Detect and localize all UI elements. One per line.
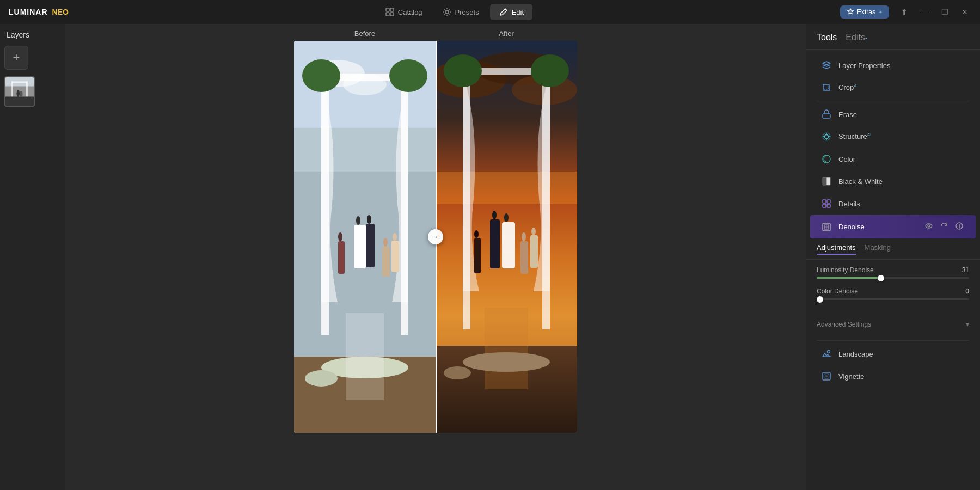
svg-point-12	[16, 90, 20, 97]
luminosity-denoise-row: Luminosity Denoise 31	[817, 266, 969, 279]
svg-point-60	[463, 352, 550, 372]
layer-properties-label: Layer Properties	[838, 62, 965, 70]
details-icon	[821, 198, 832, 209]
svg-point-76	[928, 225, 930, 227]
erase-label: Erase	[838, 111, 965, 119]
luminosity-label: Luminosity Denoise	[817, 266, 874, 274]
titlebar-right: Extras ✦ ⬆ — ❐ ✕	[840, 5, 971, 19]
extras-icon	[847, 8, 854, 16]
svg-rect-1	[390, 8, 394, 11]
tool-item-vignette[interactable]: Vignette	[810, 365, 976, 387]
svg-rect-28	[366, 224, 375, 267]
svg-rect-3	[390, 13, 394, 16]
close-button[interactable]: ✕	[958, 7, 971, 17]
landscape-label: Landscape	[838, 350, 965, 358]
svg-point-4	[445, 10, 449, 14]
tool-item-denoise[interactable]: Denoise	[810, 215, 976, 238]
reset-icon	[940, 222, 948, 230]
maximize-button[interactable]: ❐	[938, 7, 952, 17]
eye-icon	[924, 222, 933, 230]
tool-item-structure[interactable]: StructureAI	[810, 126, 976, 148]
before-label: Before	[294, 29, 436, 38]
svg-point-29	[338, 232, 342, 241]
svg-rect-8	[5, 96, 34, 106]
export-button[interactable]: ⬆	[898, 7, 911, 17]
tool-item-crop[interactable]: CropAI	[810, 77, 976, 99]
main-layout: Layers +	[0, 24, 980, 490]
tool-item-color[interactable]: Color	[810, 148, 976, 170]
tool-item-layer-properties[interactable]: Layer Properties	[810, 54, 976, 76]
edit-nav-button[interactable]: Edit	[490, 4, 532, 20]
nav-bar: Catalog Presets Edit	[376, 4, 532, 20]
extras-dot: ✦	[878, 9, 883, 15]
minimize-button[interactable]: —	[917, 7, 932, 17]
svg-rect-2	[386, 13, 389, 16]
bw-icon	[821, 176, 832, 187]
color-denoise-label: Color Denoise	[817, 287, 858, 295]
tool-item-landscape[interactable]: Landscape	[810, 343, 976, 365]
extras-button[interactable]: Extras ✦	[840, 5, 889, 19]
svg-rect-7	[5, 87, 34, 97]
svg-point-57	[531, 228, 536, 235]
svg-point-48	[531, 54, 569, 87]
color-slider-track[interactable]	[817, 298, 969, 300]
advanced-settings[interactable]: Advanced Settings ▾	[806, 315, 980, 334]
catalog-icon	[385, 7, 395, 17]
denoise-tabs: Adjustments Masking	[806, 239, 980, 260]
layers-panel: Layers +	[0, 24, 65, 490]
masking-tab[interactable]: Masking	[865, 243, 891, 255]
denoise-info-button[interactable]	[954, 220, 965, 233]
luminosity-slider-track[interactable]	[817, 277, 969, 279]
slider-section: Luminosity Denoise 31 Color Denoise 0	[806, 260, 980, 315]
right-panel: Tools Edits• Layer Properties	[806, 24, 980, 490]
color-denoise-row: Color Denoise 0	[817, 287, 969, 300]
svg-point-75	[926, 224, 932, 228]
tools-header: Tools Edits•	[806, 24, 980, 50]
tool-item-erase[interactable]: Erase	[810, 103, 976, 125]
canvas-area: Before After	[65, 24, 806, 490]
svg-point-47	[444, 54, 482, 87]
erase-icon	[821, 109, 832, 120]
tools-divider-2	[817, 340, 969, 341]
svg-rect-56	[520, 241, 528, 274]
luminosity-header: Luminosity Denoise 31	[817, 266, 969, 274]
presets-nav-button[interactable]: Presets	[433, 4, 488, 20]
advanced-settings-label: Advanced Settings	[817, 321, 871, 328]
tool-list: Layer Properties CropAI	[806, 50, 980, 490]
svg-rect-58	[530, 235, 538, 268]
logo-neo: NEO	[52, 8, 69, 16]
tool-item-black-white[interactable]: Black & White	[810, 170, 976, 192]
structure-label: StructureAI	[838, 132, 965, 140]
color-slider-thumb[interactable]	[817, 296, 823, 303]
svg-point-27	[367, 215, 371, 224]
svg-rect-59	[485, 308, 528, 389]
svg-point-36	[305, 370, 338, 387]
layer-thumb-svg	[5, 77, 34, 106]
svg-rect-52	[502, 222, 515, 268]
svg-rect-10	[26, 81, 28, 96]
image-container[interactable]	[294, 41, 577, 433]
vignette-icon	[821, 371, 832, 382]
denoise-reset-button[interactable]	[939, 220, 950, 233]
tools-tab[interactable]: Tools	[817, 33, 837, 42]
vignette-label: Vignette	[838, 372, 965, 381]
edits-tab[interactable]: Edits•	[846, 33, 867, 42]
window-controls: ⬆ — ❐ ✕	[898, 7, 971, 17]
luminosity-value: 31	[956, 266, 969, 274]
divider-handle[interactable]	[428, 229, 443, 244]
add-layer-button[interactable]: +	[4, 46, 28, 70]
luminosity-slider-thumb[interactable]	[878, 275, 884, 281]
adjustments-tab[interactable]: Adjustments	[817, 243, 856, 255]
svg-point-25	[356, 216, 360, 225]
info-icon	[955, 222, 964, 230]
tool-item-details[interactable]: Details	[810, 193, 976, 215]
svg-point-31	[383, 238, 388, 247]
edit-icon	[499, 7, 509, 17]
denoise-visibility-button[interactable]	[923, 220, 934, 233]
layers-title: Layers	[4, 30, 61, 39]
chevron-down-icon: ▾	[966, 321, 969, 328]
svg-rect-69	[823, 200, 826, 203]
color-denoise-value: 0	[956, 287, 969, 295]
layer-thumbnail[interactable]	[4, 76, 35, 107]
catalog-nav-button[interactable]: Catalog	[376, 4, 431, 20]
